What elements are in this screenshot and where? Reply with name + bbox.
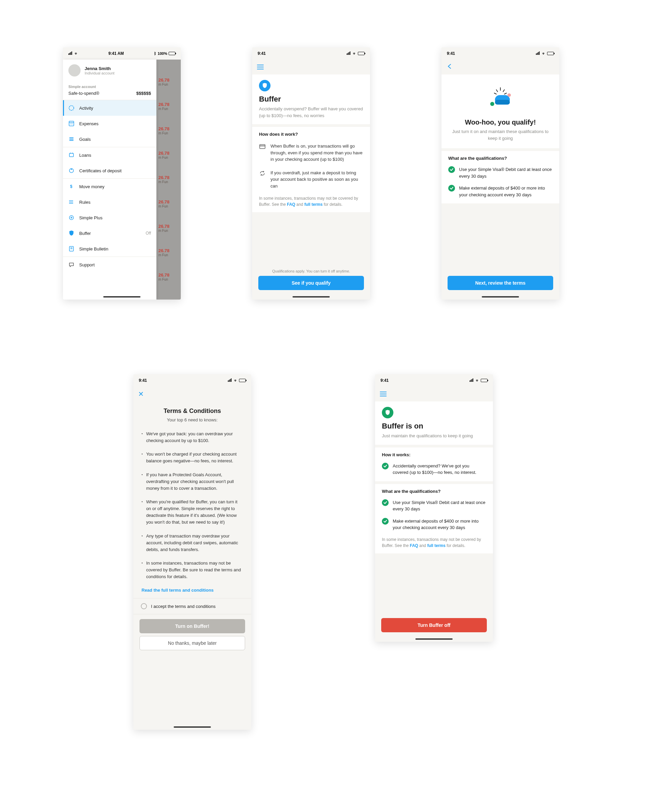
back-button[interactable] [446,63,453,71]
svg-point-2 [69,105,74,110]
status-bar: 9:41 ᯤ [252,47,370,60]
account-summary[interactable]: Simple account Safe-to-spend® $$$$$$ [63,81,156,100]
rules-icon [69,199,75,205]
battery-icon [358,52,365,55]
see-if-qualify-button[interactable]: See if you qualify [258,276,364,290]
status-time: 9:41 [447,51,455,56]
status-time: 9:41 [380,378,389,383]
battery-pct: 100% [158,52,167,55]
profile-name: Jenna Smith [85,66,114,71]
terms-bullet: When you're qualified for Buffer, you ca… [142,495,243,530]
svg-point-19 [508,93,511,97]
how-heading: How does it work? [252,127,370,140]
qual-heading: What are the qualifications? [375,484,493,497]
battery-icon [481,379,487,382]
sidebar-item-bulletin[interactable]: Simple Bulletin [63,241,156,256]
turn-buffer-off-button[interactable]: Turn Buffer off [381,618,487,632]
sidebar-item-expenses[interactable]: Expenses [63,116,156,131]
hero: Woo-hoo, you qualify! Just turn it on an… [441,75,559,148]
full-terms-link[interactable]: full terms [427,543,446,548]
wifi-icon: ᯤ [75,52,78,55]
qualification-row: Make external deposits of $400 or more i… [441,183,559,203]
bg-amount: 26.78 [159,78,169,82]
faq-link[interactable]: FAQ [410,543,418,548]
svg-point-12 [69,202,70,202]
topbar [252,60,370,75]
sidebar-item-goals[interactable]: Goals [63,131,156,147]
faq-link[interactable]: FAQ [287,202,296,207]
status-left: ᯤ [69,52,78,55]
sidebar-item-loans[interactable]: Loans [63,147,156,163]
nav-group-2: Loans Certificates of deposit [63,147,156,179]
signal-icon [536,52,541,55]
check-icon [382,518,389,525]
sidebar-item-label: Rules [79,200,90,205]
menu-button[interactable] [257,65,264,69]
sidebar-item-rules[interactable]: Rules [63,194,156,210]
maybe-later-button[interactable]: No thanks, maybe later [139,636,245,650]
sidebar-item-label: Expenses [79,121,99,126]
buffer-on-header: Buffer is on Just maintain the qualifica… [375,401,493,445]
account-title: Simple account [69,85,151,89]
svg-point-5 [70,124,71,124]
sidebar-item-activity[interactable]: Activity [63,100,156,116]
sidebar-item-label: Activity [79,105,93,111]
goals-icon [69,136,75,142]
buffer-shield-icon [259,80,270,92]
sidebar-item-label: Support [79,262,95,267]
wifi-icon: ᯤ [353,52,357,55]
home-indicator [482,296,519,298]
status-bar: 9:41 ᯤ [133,374,251,386]
card-icon [259,143,266,163]
menu-button[interactable] [380,392,387,396]
status-right: ᯤ [470,379,487,383]
terms-bullet: Any type of transaction may overdraw you… [142,530,243,556]
buffer-status: Off [146,231,151,236]
sidebar-item-cds[interactable]: Certificates of deposit [63,163,156,179]
status-time: 9:41 AM [108,51,124,56]
status-bar: ᯤ 9:41 AM ᛒ100% [63,47,181,60]
expenses-icon [69,121,75,127]
svg-rect-8 [69,153,73,157]
move-money-icon: $ [69,183,75,189]
terms-bullet: In some instances, transactions may not … [142,556,243,583]
full-terms-link[interactable]: full terms [304,202,323,207]
accept-terms-row[interactable]: I accept the terms and conditions [133,598,251,614]
nav-group-3: $ Move money Rules Simple Plus Buffer Of… [63,179,156,257]
sidebar-item-move-money[interactable]: $ Move money [63,179,156,194]
wifi-icon: ᯤ [542,52,546,55]
qualification-text: Use your Simple Visa® Debit card at leas… [459,166,552,179]
profile-row[interactable]: Jenna Smith Individual account [63,60,156,81]
qualification-text: Make external deposits of $400 or more i… [459,185,552,198]
background-transactions: 26.78m Fun 26.78m Fun 26.78m Fun 26.78m … [156,60,181,299]
battery-icon [169,52,175,55]
phone-buffer-on: 9:41 ᯤ Buffer is on Just maintain the qu… [375,374,493,642]
sidebar-item-support[interactable]: Support [63,257,156,272]
fine-print: In some instances, transactions may not … [375,534,493,553]
accept-checkbox[interactable] [141,603,147,609]
how-row-card: When Buffer is on, your transactions wil… [252,140,370,167]
how-text: If you overdraft, just make a deposit to… [270,169,363,189]
terms-header: Terms & Conditions Your top 6 need to kn… [133,401,251,424]
check-icon [382,463,389,470]
turn-on-buffer-button[interactable]: Turn on Buffer! [139,619,245,633]
close-button[interactable]: ✕ [138,390,144,398]
qualification-row: Use your Simple Visa® Debit card at leas… [441,164,559,183]
next-review-terms-button[interactable]: Next, review the terms [447,276,553,290]
read-full-terms-link[interactable]: Read the full terms and conditions [133,586,251,598]
sidebar-item-simple-plus[interactable]: Simple Plus [63,210,156,226]
page-title: Buffer is on [382,422,486,430]
battery-icon [239,379,246,382]
battery-icon [547,52,554,55]
qualify-subtitle: Just turn it on and maintain these quali… [450,128,551,142]
svg-point-6 [71,124,72,124]
sidebar-item-buffer[interactable]: Buffer Off [63,226,156,241]
svg-point-13 [69,203,70,204]
how-row: Accidentally overspend? We've got you co… [375,461,493,481]
simple-plus-icon [69,215,75,221]
check-icon [448,166,455,173]
svg-text:$: $ [70,184,72,189]
check-icon [448,185,455,192]
signal-icon [228,379,233,383]
fine-print: In some instances, transactions may not … [252,193,370,212]
